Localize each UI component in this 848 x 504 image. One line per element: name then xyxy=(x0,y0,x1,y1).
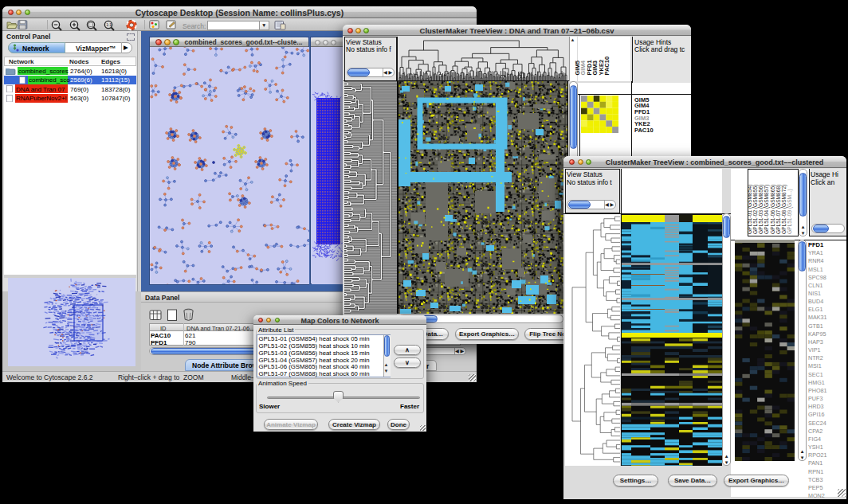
svg-text:1:1: 1:1 xyxy=(106,22,112,27)
